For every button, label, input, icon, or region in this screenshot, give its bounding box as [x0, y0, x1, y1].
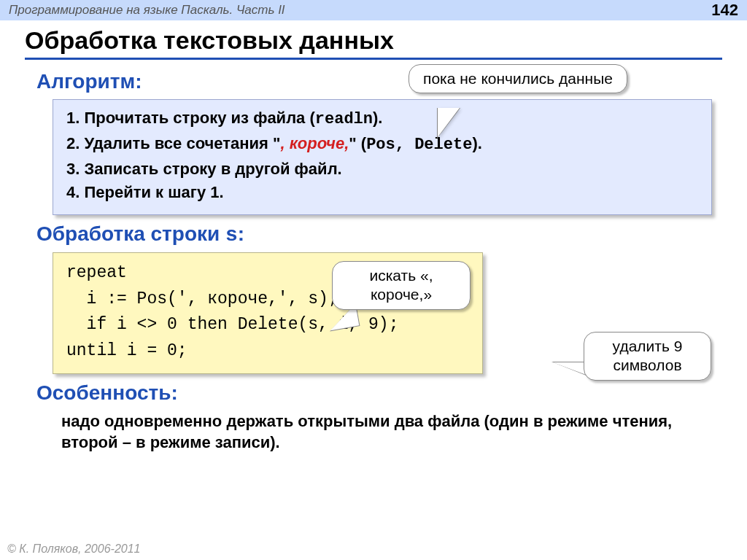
course-title: Программирование на языке Паскаль. Часть… — [9, 3, 285, 18]
algo-step-3: 3. Записать строку в другой файл. — [66, 158, 698, 181]
algo-step-2-pattern: , короче, — [280, 134, 349, 152]
callout-delete-9: удалить 9 символов — [584, 332, 711, 381]
feature-text: надо одновременно держать открытыми два … — [61, 411, 693, 454]
algorithm-box: 1. Прочитать строку из файла (readln). 2… — [53, 99, 712, 215]
callout-tail — [553, 362, 588, 376]
top-bar: Программирование на языке Паскаль. Часть… — [0, 0, 747, 20]
algo-step-1-readln: readln — [315, 110, 373, 128]
callout-while-data: пока не кончились данные — [409, 64, 627, 93]
algo-step-1: 1. Прочитать строку из файла (readln). — [66, 107, 698, 131]
code-line-1: repeat — [66, 263, 127, 282]
copyright: © К. Поляков, 2006-2011 — [7, 542, 140, 556]
algo-step-3-text: 3. Записать строку в другой файл. — [66, 160, 342, 178]
section-processing-post: : — [238, 222, 244, 245]
slide-title: Обработка текстовых данных — [25, 26, 722, 60]
algo-step-4-text: 4. Перейти к шагу 1. — [66, 183, 224, 201]
algo-step-4: 4. Перейти к шагу 1. — [66, 182, 698, 204]
section-processing-pre: Обработка строки — [36, 222, 225, 245]
callout-search-pattern: искать «, короче,» — [332, 261, 471, 310]
slide-content: Обработка текстовых данных Алгоритм: 1. … — [0, 20, 747, 454]
algo-step-2e: , — [395, 136, 414, 154]
algo-step-2g: ). — [472, 134, 481, 152]
code-line-4: until i = 0; — [66, 341, 187, 360]
code-line-2: i := Pos(', короче,', s); — [66, 289, 338, 308]
section-processing-var: s — [225, 224, 238, 246]
page-number: 142 — [711, 1, 738, 20]
algo-step-2c: " ( — [349, 134, 366, 152]
section-feature: Особенность: — [36, 381, 722, 405]
section-processing: Обработка строки s: — [36, 222, 722, 246]
algo-step-2: 2. Удалить все сочетания ", короче," (Po… — [66, 133, 698, 157]
algo-step-2a: 2. Удалить все сочетания " — [66, 134, 280, 152]
algo-step-1a: 1. Прочитать строку из файла ( — [66, 109, 315, 127]
algo-step-1c: ). — [373, 109, 382, 127]
algo-step-2-pos: Pos — [366, 136, 395, 154]
callout-tail — [438, 108, 460, 137]
